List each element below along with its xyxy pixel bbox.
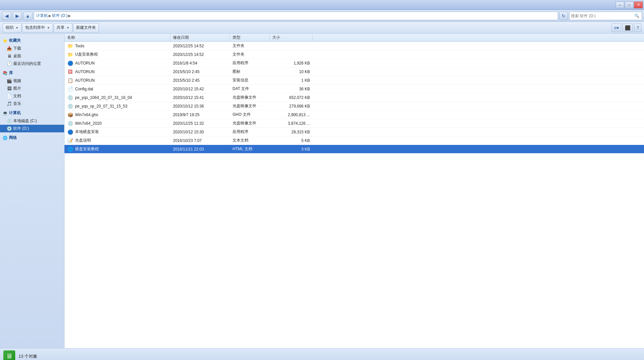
add-to-library-button[interactable]: 包含到库中 ▼	[22, 23, 53, 32]
sidebar-header-network[interactable]: 🌐 网络	[0, 134, 64, 142]
file-type: 应用程序	[233, 60, 248, 66]
sidebar-item-music[interactable]: 🎵 音乐	[0, 100, 64, 108]
file-cell-date: 2019/9/7 19:25	[170, 111, 230, 119]
drive-d-label: 软件 (D:)	[13, 126, 29, 131]
file-date: 2016/1/8 4:54	[173, 61, 197, 66]
help-button[interactable]: ?	[634, 23, 641, 32]
share-button[interactable]: 共享 ▼	[54, 23, 72, 32]
table-row[interactable]: 📋 AUTORUN 2015/5/10 2:45 安装信息 1 KB	[64, 76, 644, 85]
file-size: 279,696 KB	[289, 104, 310, 109]
col-type-label: 类型	[233, 35, 240, 40]
breadcrumb-computer[interactable]: 计算机	[36, 13, 48, 19]
sidebar-header-favorites[interactable]: ⭐ 收藏夹	[0, 36, 64, 45]
preview-pane-button[interactable]: ⬛	[623, 23, 633, 32]
file-date: 2020/10/12 15:42	[173, 87, 204, 91]
view-toggle-button[interactable]: ≡▾	[612, 23, 621, 32]
forward-button[interactable]: ▶	[13, 12, 22, 20]
refresh-button[interactable]: ↻	[559, 12, 568, 20]
file-cell-size: 28,315 KB	[270, 128, 313, 136]
file-cell-name: 📁 U盘安装教程	[64, 50, 170, 59]
file-cell-name: 📁 Tools	[64, 42, 170, 50]
sidebar-item-downloads[interactable]: 📥 下载	[0, 45, 64, 52]
sidebar-item-video[interactable]: 🎬 视频	[0, 77, 64, 85]
file-name: AUTORUN	[75, 78, 95, 83]
search-input[interactable]	[571, 14, 633, 18]
file-date: 2015/5/10 2:45	[173, 78, 199, 83]
file-size: 5 KB	[301, 138, 310, 143]
maximize-button[interactable]: □	[625, 2, 633, 8]
file-type-icon: 💿	[67, 120, 73, 126]
table-row[interactable]: 📦 Win7x64.gho 2019/9/7 19:25 GHO 文件 2,90…	[64, 111, 644, 119]
file-type-icon: 📝	[67, 138, 73, 144]
table-row[interactable]: 🔵 本地硬盘安装 2020/10/12 15:30 应用程序 28,315 KB	[64, 128, 644, 136]
status-app-icon: 🖥	[3, 350, 15, 360]
table-row[interactable]: 📁 U盘安装教程 2020/12/25 14:52 文件夹	[64, 50, 644, 59]
file-date: 2016/11/21 22:03	[173, 147, 204, 152]
back-button[interactable]: ◀	[2, 12, 11, 20]
table-row[interactable]: 📝 光盘说明 2016/10/23 7:07 文本文档 5 KB	[64, 136, 644, 145]
pictures-label: 图片	[13, 86, 21, 91]
file-cell-date: 2020/10/12 15:42	[170, 85, 230, 93]
file-cell-date: 2020/12/25 14:52	[170, 42, 230, 50]
video-label: 视频	[13, 78, 21, 84]
file-cell-type: 图标	[230, 68, 270, 76]
sidebar-item-drive-c[interactable]: 💿 本地磁盘 (C:)	[0, 117, 64, 125]
file-type-icon: 📁	[67, 43, 73, 49]
file-type: 文件夹	[233, 43, 244, 49]
drive-c-icon: 💿	[7, 118, 12, 124]
file-cell-type: 应用程序	[230, 59, 270, 67]
organize-arrow: ▼	[16, 26, 19, 29]
table-row[interactable]: 💿 pe_yqs_1064_20_07_31_16_04 2020/10/12 …	[64, 93, 644, 102]
desktop-label: 桌面	[13, 53, 21, 59]
col-header-size[interactable]: 大小	[270, 34, 313, 41]
sidebar-item-desktop[interactable]: 🖥 桌面	[0, 52, 64, 60]
file-cell-type: 文本文档	[230, 136, 270, 145]
minimize-button[interactable]: ─	[616, 2, 624, 8]
file-type: 应用程序	[233, 129, 248, 135]
file-date: 2020/12/25 14:52	[173, 52, 204, 57]
col-header-name[interactable]: 名称	[64, 34, 170, 41]
breadcrumb[interactable]: 计算机 ▶ 软件 (D:) ▶	[34, 12, 558, 20]
table-row[interactable]: 🔵 AUTORUN 2016/1/8 4:54 应用程序 1,926 KB	[64, 59, 644, 68]
table-row[interactable]: 💿 Win7x64_2020 2020/12/25 11:32 光盘映像文件 3…	[64, 119, 644, 128]
sidebar-item-pictures[interactable]: 🖼 图片	[0, 85, 64, 92]
new-folder-button[interactable]: 新建文件夹	[73, 23, 99, 32]
organize-button[interactable]: 组织 ▼	[3, 23, 21, 32]
computer-icon: 💻	[3, 111, 8, 115]
sidebar-header-library[interactable]: 📚 库	[0, 69, 64, 77]
file-size: 652,072 KB	[289, 95, 310, 100]
breadcrumb-drive[interactable]: 软件 (D:)	[52, 13, 67, 19]
sidebar-item-drive-d[interactable]: 💿 软件 (D:)	[0, 125, 64, 132]
file-cell-type: 光盘映像文件	[230, 119, 270, 127]
table-row[interactable]: 💿 pe_yqs_xp_20_07_31_15_53 2020/10/12 15…	[64, 102, 644, 111]
table-row[interactable]: 🌐 硬盘安装教程 2016/11/21 22:03 HTML 文档 3 KB	[64, 145, 644, 154]
file-cell-type: 应用程序	[230, 128, 270, 136]
sidebar-section-network: 🌐 网络	[0, 134, 64, 142]
file-date: 2020/12/25 11:32	[173, 121, 204, 126]
search-bar[interactable]: 🔍	[569, 12, 642, 20]
downloads-label: 下载	[13, 46, 21, 51]
up-button[interactable]: ▲	[23, 12, 32, 20]
file-cell-name: 💿 Win7x64_2020	[64, 119, 170, 127]
col-header-type[interactable]: 类型	[230, 34, 270, 41]
col-header-date[interactable]: 修改日期	[170, 34, 230, 41]
file-type-icon: 💿	[67, 95, 73, 101]
search-icon[interactable]: 🔍	[633, 12, 640, 20]
table-row[interactable]: 📁 Tools 2020/12/25 14:52 文件夹	[64, 42, 644, 50]
close-button[interactable]: ✕	[634, 2, 643, 8]
file-type: 安装信息	[233, 77, 248, 83]
file-type: 光盘映像文件	[233, 95, 256, 100]
file-type: 文件夹	[233, 52, 244, 57]
table-row[interactable]: 🖼 AUTORUN 2015/5/10 2:45 图标 10 KB	[64, 68, 644, 76]
table-row[interactable]: 📄 Config.dat 2020/10/12 15:42 DAT 文件 36 …	[64, 85, 644, 93]
file-type-icon: 📁	[67, 52, 73, 58]
sidebar-item-documents[interactable]: 📄 文档	[0, 92, 64, 100]
documents-label: 文档	[13, 93, 21, 99]
file-cell-name: 💿 pe_yqs_xp_20_07_31_15_53	[64, 102, 170, 110]
sidebar-item-recent[interactable]: 🕐 最近访问的位置	[0, 60, 64, 68]
sidebar-header-computer[interactable]: 💻 计算机	[0, 109, 64, 117]
music-label: 音乐	[13, 101, 21, 107]
col-size-label: 大小	[272, 35, 280, 40]
file-type: 光盘映像文件	[233, 103, 256, 109]
breadcrumb-sep-2: ▶	[68, 14, 71, 18]
